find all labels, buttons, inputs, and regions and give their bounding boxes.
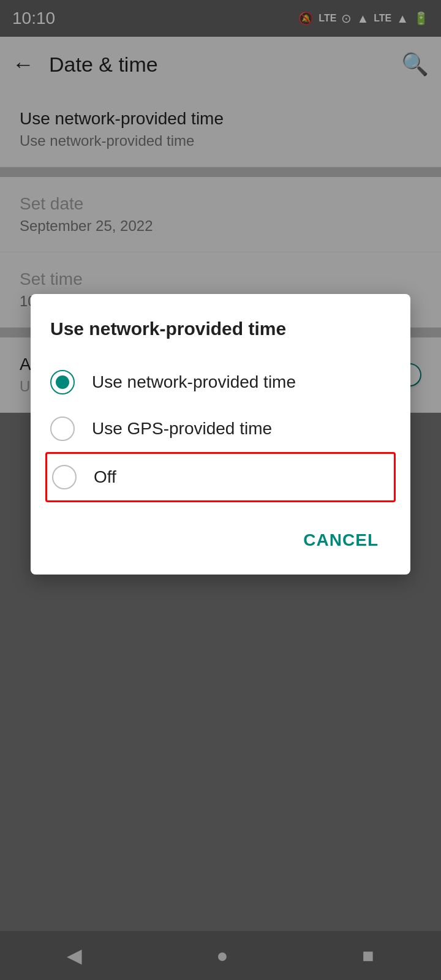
dialog-option-off[interactable]: Off [45, 452, 396, 502]
cancel-button[interactable]: CANCEL [291, 521, 391, 560]
dialog-overlay: Use network-provided time Use network-pr… [0, 0, 441, 980]
dialog-title: Use network-provided time [50, 318, 391, 339]
dialog-option-gps[interactable]: Use GPS-provided time [50, 405, 391, 452]
radio-network-inner [56, 375, 69, 389]
option-off-label: Off [94, 467, 116, 487]
option-gps-label: Use GPS-provided time [92, 419, 272, 439]
option-network-label: Use network-provided time [92, 372, 296, 392]
radio-network[interactable] [50, 370, 75, 394]
dialog: Use network-provided time Use network-pr… [31, 294, 410, 575]
radio-gps[interactable] [50, 417, 75, 441]
dialog-actions: CANCEL [50, 514, 391, 560]
radio-off[interactable] [52, 465, 77, 489]
dialog-option-network[interactable]: Use network-provided time [50, 359, 391, 405]
